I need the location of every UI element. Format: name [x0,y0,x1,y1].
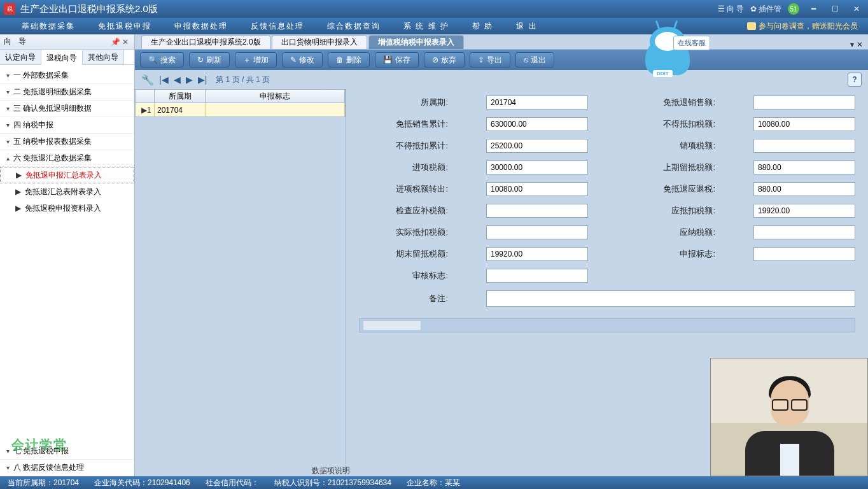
cell-flag [206,103,345,117]
mail-icon [747,22,756,30]
sidebar-tab-refund[interactable]: 退税向导 [41,50,83,65]
export-icon: ⇪ [478,55,484,64]
sidebar-tab-recognize[interactable]: 认定向导 [0,50,41,64]
input-mdtxse[interactable] [753,96,855,110]
input-jxse[interactable] [486,160,588,174]
field-label: 不得抵扣累计: [359,140,448,152]
field-label: 申报标志: [626,248,715,260]
menu-exit[interactable]: 退 出 [505,21,549,32]
toolbar: 🔍搜索 ↻刷新 ＋增加 ✎修改 🗑删除 💾保存 ⊘放弃 ⇪导出 ⎋退出 [135,50,868,70]
delete-button[interactable]: 🗑删除 [328,52,370,67]
input-sjdkse[interactable] [486,225,588,239]
menu-help[interactable]: 帮 助 [461,21,505,32]
field-label-remark: 备注: [359,293,448,304]
input-bddkse[interactable] [753,117,855,131]
step-2[interactable]: ▾二 免抵退明细数据采集 [0,84,134,101]
tab-menu-icon[interactable]: ▾ [850,40,854,49]
pin-icon[interactable]: 📌 [110,38,120,46]
step-3[interactable]: ▾三 确认免抵退明细数据 [0,101,134,117]
step-6-3[interactable]: ▶免抵退税申报资料录入 [0,200,134,216]
menu-basic-data[interactable]: 基础数据采集 [10,21,87,32]
add-icon: ＋ [243,55,251,66]
input-xxse[interactable] [753,139,855,153]
field-label: 检查应补税额: [359,205,448,216]
guide-link[interactable]: ☰ 向 导 [718,4,744,15]
status-customs: 企业海关代码：2102941406 [94,478,190,488]
export-button[interactable]: ⇪导出 [470,52,510,67]
sidebar-header: 向 导 📌 ✕ [0,34,134,50]
search-icon: 🔍 [148,55,158,64]
help-icon[interactable]: ? [848,73,862,87]
prev-page-icon[interactable]: ◀ [174,74,181,85]
input-jcybse[interactable] [486,204,588,218]
data-description-label: 数据项说明 [312,465,350,476]
search-button[interactable]: 🔍搜索 [140,52,184,67]
close-icon[interactable]: ✕ [849,3,864,15]
field-label: 应抵扣税额: [626,205,715,216]
input-jxse-out[interactable] [486,182,588,196]
input-bddk-total[interactable] [486,139,588,153]
webcam-overlay [710,358,868,476]
data-grid: 所属期 申报标志 ▶ 1 201704 [135,89,346,476]
menu-feedback[interactable]: 反馈信息处理 [239,21,316,32]
menu-query[interactable]: 综合数据查询 [316,21,392,32]
input-ynse[interactable] [753,225,855,239]
tab-export-detail[interactable]: 出口货物明细申报录入 [272,35,367,49]
step-4[interactable]: ▾四 纳税申报 [0,117,134,134]
tab-vat-declare[interactable]: 增值税纳税申报表录入 [368,35,464,49]
field-label: 销项税额: [626,140,715,152]
discard-button[interactable]: ⊘放弃 [424,52,465,67]
step-7[interactable]: ▾七 免抵退税申报 [0,443,134,460]
step-6-2[interactable]: ▶免抵退汇总表附表录入 [0,183,134,200]
online-service-button[interactable]: 在线客服 [673,36,710,50]
app-icon: 税 [4,3,15,15]
menu-refund-declare[interactable]: 免抵退税申报 [87,21,163,32]
row-indicator: ▶ 1 [136,103,155,117]
wrench-icon[interactable]: 🔧 [141,74,154,86]
maximize-icon[interactable]: ☐ [827,3,843,15]
menu-bar: 基础数据采集 免抵退税申报 申报数据处理 反馈信息处理 综合数据查询 系 统 维… [0,18,868,34]
field-label: 进项税额: [359,162,448,173]
app-title: 生产企业出口退税申报系统2.0版 [20,3,718,15]
table-row[interactable]: ▶ 1 201704 [135,103,346,117]
input-mdxs-total[interactable] [486,117,588,131]
grid-header-rownum [136,90,155,103]
input-mdtyts[interactable] [753,182,855,196]
step-6[interactable]: ▴六 免抵退汇总数据采集 [0,150,134,167]
input-shbz[interactable] [486,269,588,283]
input-remark[interactable] [486,290,855,307]
step-5[interactable]: ▾五 纳税申报表数据采集 [0,134,134,150]
sidebar-close-icon[interactable]: ✕ [120,38,130,46]
tab-home[interactable]: 生产企业出口退税申报系统2.0版 [141,35,270,49]
input-ydkse[interactable] [753,204,855,218]
tab-close-icon[interactable]: ✕ [857,40,863,49]
field-label: 实际抵扣税额: [359,227,448,238]
refresh-button[interactable]: ↻刷新 [189,52,230,67]
menu-declare-process[interactable]: 申报数据处理 [163,21,239,32]
exit-button[interactable]: ⎋退出 [515,52,554,67]
menu-system[interactable]: 系 统 维 护 [392,21,461,32]
input-qmldse[interactable] [486,247,588,261]
minimize-icon[interactable]: ━ [806,3,821,15]
input-period[interactable] [486,96,588,110]
next-page-icon[interactable]: ▶ [186,74,193,85]
plugin-link[interactable]: ✿ 插件管 [750,4,781,15]
save-button[interactable]: 💾保存 [375,52,419,67]
edit-icon: ✎ [290,55,297,64]
step-6-1[interactable]: ▶免抵退申报汇总表录入 [0,167,134,183]
pager-text: 第 1 页 / 共 1 页 [216,74,270,85]
save-icon: 💾 [383,55,393,64]
sidebar-tab-other[interactable]: 其他向导 [83,50,124,64]
input-sbbz[interactable] [753,247,855,261]
last-page-icon[interactable]: ▶| [198,74,207,85]
edit-button[interactable]: ✎修改 [282,52,323,67]
update-badge[interactable]: 51 [788,3,799,15]
step-1[interactable]: ▾一 外部数据采集 [0,67,134,84]
step-8[interactable]: ▾八 数据反馈信息处理 [0,460,134,476]
first-page-icon[interactable]: |◀ [159,74,169,85]
field-label: 上期留抵税额: [626,162,715,173]
add-button[interactable]: ＋增加 [235,52,277,67]
survey-link[interactable]: 参与问卷调查，赠送阳光会员 [747,21,868,32]
status-bar: 当前所属期：201704 企业海关代码：2102941406 社会信用代码： 纳… [0,476,868,489]
input-sqldse[interactable] [753,160,855,174]
